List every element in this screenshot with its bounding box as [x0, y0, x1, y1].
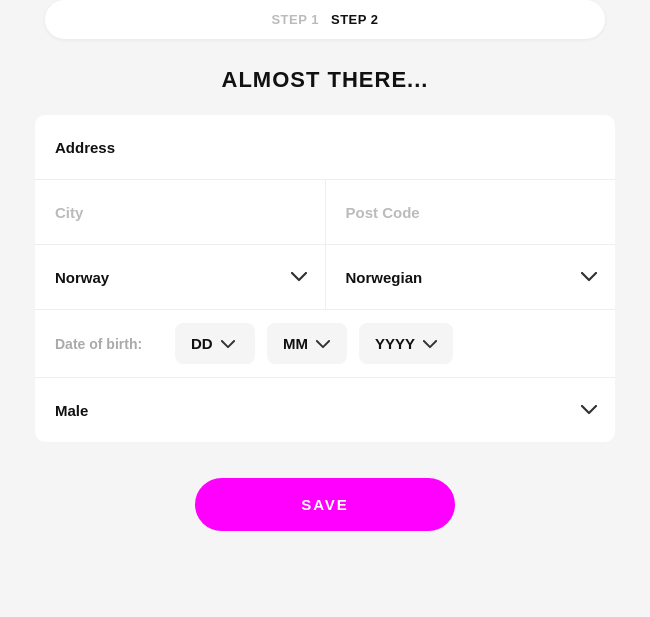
city-field[interactable]: City — [35, 180, 326, 244]
country-label: Norway — [55, 269, 109, 286]
city-postcode-row: City Post Code — [35, 180, 615, 245]
dob-dd-chevron-icon — [221, 336, 235, 352]
dob-yyyy-chevron-icon — [423, 336, 437, 352]
gender-label: Male — [55, 402, 88, 419]
save-button[interactable]: SAVE — [195, 478, 455, 531]
postcode-label: Post Code — [346, 204, 420, 221]
step1-label: STEP 1 — [271, 12, 319, 27]
country-chevron-icon — [289, 267, 309, 287]
page-container: STEP 1 STEP 2 ALMOST THERE... Address Ci… — [0, 0, 650, 617]
language-label: Norwegian — [346, 269, 423, 286]
country-language-row: Norway Norwegian — [35, 245, 615, 310]
dob-row: Date of birth: DD MM YYYY — [35, 310, 615, 378]
dob-mm-label: MM — [283, 335, 308, 352]
gender-field[interactable]: Male — [35, 378, 615, 442]
step-bar: STEP 1 STEP 2 — [45, 0, 605, 39]
gender-chevron-icon — [579, 400, 599, 420]
page-title: ALMOST THERE... — [222, 67, 429, 93]
address-row: Address — [35, 115, 615, 180]
dob-yyyy-select[interactable]: YYYY — [359, 323, 453, 364]
country-field[interactable]: Norway — [35, 245, 326, 309]
form-card: Address City Post Code Norway — [35, 115, 615, 442]
dob-dd-label: DD — [191, 335, 213, 352]
dob-dd-select[interactable]: DD — [175, 323, 255, 364]
language-chevron-icon — [579, 267, 599, 287]
city-label: City — [55, 204, 83, 221]
address-label: Address — [55, 139, 115, 156]
dob-label: Date of birth: — [55, 336, 155, 352]
dob-mm-select[interactable]: MM — [267, 323, 347, 364]
postcode-field[interactable]: Post Code — [326, 180, 616, 244]
address-field[interactable]: Address — [35, 115, 615, 179]
dob-mm-chevron-icon — [316, 336, 330, 352]
language-field[interactable]: Norwegian — [326, 245, 616, 309]
dob-yyyy-label: YYYY — [375, 335, 415, 352]
gender-row: Male — [35, 378, 615, 442]
step2-label: STEP 2 — [331, 12, 379, 27]
